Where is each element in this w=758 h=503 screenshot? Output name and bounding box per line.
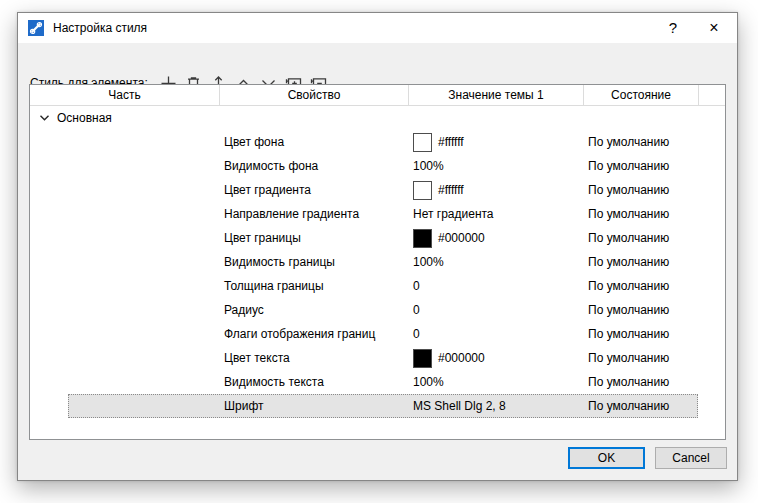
value-cell: 0 bbox=[413, 322, 420, 346]
value-text: #000000 bbox=[438, 226, 485, 250]
column-header-part[interactable]: Часть bbox=[30, 85, 220, 106]
property-cell: Цвет фона bbox=[224, 130, 284, 154]
state-cell: По умолчанию bbox=[588, 298, 669, 322]
value-cell: 100% bbox=[413, 250, 444, 274]
value-text: 100% bbox=[413, 250, 444, 274]
value-cell: #ffffff bbox=[413, 130, 464, 154]
state-cell: По умолчанию bbox=[588, 202, 669, 226]
color-swatch bbox=[413, 229, 432, 248]
value-cell: #000000 bbox=[413, 226, 485, 250]
table-row[interactable]: Видимость фона100%По умолчанию bbox=[30, 154, 725, 178]
value-text: Нет градиента bbox=[413, 202, 494, 226]
value-cell: #000000 bbox=[413, 346, 485, 370]
state-cell: По умолчанию bbox=[588, 346, 669, 370]
color-swatch bbox=[413, 181, 432, 200]
expander-chevron-down-icon[interactable] bbox=[37, 106, 51, 130]
cancel-button[interactable]: Cancel bbox=[655, 447, 727, 469]
color-swatch bbox=[413, 349, 432, 368]
value-cell: #ffffff bbox=[413, 178, 464, 202]
value-text: 100% bbox=[413, 370, 444, 394]
help-button[interactable]: ? bbox=[655, 13, 691, 43]
property-cell: Цвет границы bbox=[224, 226, 301, 250]
value-text: #000000 bbox=[438, 346, 485, 370]
column-header-property[interactable]: Свойство bbox=[220, 85, 409, 106]
value-text: 0 bbox=[413, 298, 420, 322]
state-cell: По умолчанию bbox=[588, 178, 669, 202]
style-settings-dialog: Настройка стиля ? × Стиль для элемента: … bbox=[17, 12, 738, 481]
property-cell: Радиус bbox=[224, 298, 264, 322]
color-swatch bbox=[413, 133, 432, 152]
tree-group-row[interactable]: Основная bbox=[30, 106, 725, 130]
close-button[interactable]: × bbox=[691, 13, 737, 43]
state-cell: По умолчанию bbox=[588, 130, 669, 154]
style-properties-table: Часть Свойство Значение темы 1 Состояние… bbox=[29, 84, 726, 440]
table-row[interactable]: Видимость границы100%По умолчанию bbox=[30, 250, 725, 274]
state-cell: По умолчанию bbox=[588, 226, 669, 250]
column-header-theme-value[interactable]: Значение темы 1 bbox=[409, 85, 584, 106]
table-header: Часть Свойство Значение темы 1 Состояние bbox=[30, 85, 725, 106]
value-cell: 0 bbox=[413, 298, 420, 322]
app-icon bbox=[28, 20, 44, 36]
table-row[interactable]: Толщина границы0По умолчанию bbox=[30, 274, 725, 298]
value-text: 0 bbox=[413, 274, 420, 298]
tree-group-label: Основная bbox=[57, 106, 112, 130]
table-row[interactable]: Видимость текста100%По умолчанию bbox=[30, 370, 725, 394]
table-row[interactable]: Цвет границы#000000По умолчанию bbox=[30, 226, 725, 250]
column-header-state[interactable]: Состояние bbox=[584, 85, 699, 106]
value-text: #ffffff bbox=[438, 178, 464, 202]
property-cell: Видимость фона bbox=[224, 154, 318, 178]
value-text: #ffffff bbox=[438, 130, 464, 154]
state-cell: По умолчанию bbox=[588, 274, 669, 298]
table-row[interactable]: Цвет текста#000000По умолчанию bbox=[30, 346, 725, 370]
table-row[interactable]: Цвет фона#ffffffПо умолчанию bbox=[30, 130, 725, 154]
column-header-filler bbox=[699, 85, 725, 106]
table-row[interactable]: ШрифтMS Shell Dlg 2, 8По умолчанию bbox=[30, 394, 725, 418]
property-cell: Цвет градиента bbox=[224, 178, 311, 202]
property-cell: Флаги отображения границ bbox=[224, 322, 375, 346]
property-cell: Цвет текста bbox=[224, 346, 290, 370]
value-text: MS Shell Dlg 2, 8 bbox=[413, 394, 506, 418]
value-cell: 100% bbox=[413, 154, 444, 178]
property-cell: Направление градиента bbox=[224, 202, 359, 226]
property-cell: Шрифт bbox=[224, 394, 263, 418]
title-bar[interactable]: Настройка стиля ? × bbox=[18, 13, 737, 43]
value-text: 100% bbox=[413, 154, 444, 178]
state-cell: По умолчанию bbox=[588, 394, 669, 418]
property-cell: Толщина границы bbox=[224, 274, 324, 298]
table-row[interactable]: Радиус0По умолчанию bbox=[30, 298, 725, 322]
state-cell: По умолчанию bbox=[588, 250, 669, 274]
property-cell: Видимость границы bbox=[224, 250, 335, 274]
value-cell: 0 bbox=[413, 274, 420, 298]
state-cell: По умолчанию bbox=[588, 322, 669, 346]
ok-button[interactable]: OK bbox=[568, 447, 645, 469]
value-cell: Нет градиента bbox=[413, 202, 494, 226]
value-cell: 100% bbox=[413, 370, 444, 394]
table-row[interactable]: Направление градиентаНет градиентаПо умо… bbox=[30, 202, 725, 226]
state-cell: По умолчанию bbox=[588, 370, 669, 394]
property-cell: Видимость текста bbox=[224, 370, 324, 394]
table-row[interactable]: Цвет градиента#ffffffПо умолчанию bbox=[30, 178, 725, 202]
table-body: Цвет фона#ffffffПо умолчаниюВидимость фо… bbox=[30, 130, 725, 418]
value-text: 0 bbox=[413, 322, 420, 346]
table-row[interactable]: Флаги отображения границ0По умолчанию bbox=[30, 322, 725, 346]
window-title: Настройка стиля bbox=[53, 21, 655, 35]
value-cell: MS Shell Dlg 2, 8 bbox=[413, 394, 506, 418]
state-cell: По умолчанию bbox=[588, 154, 669, 178]
